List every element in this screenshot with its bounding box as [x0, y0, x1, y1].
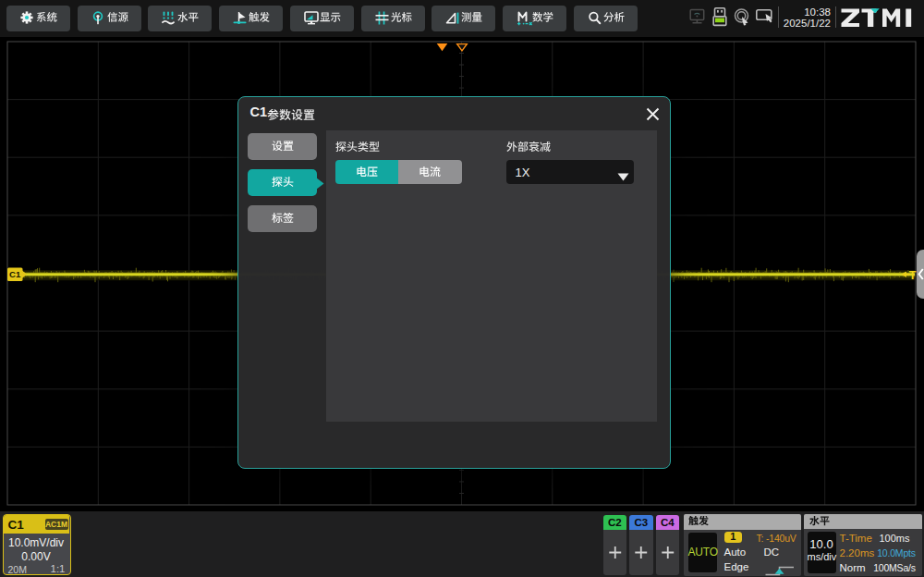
- svg-text:C1: C1: [9, 269, 21, 279]
- svg-text:T: T: [909, 269, 917, 282]
